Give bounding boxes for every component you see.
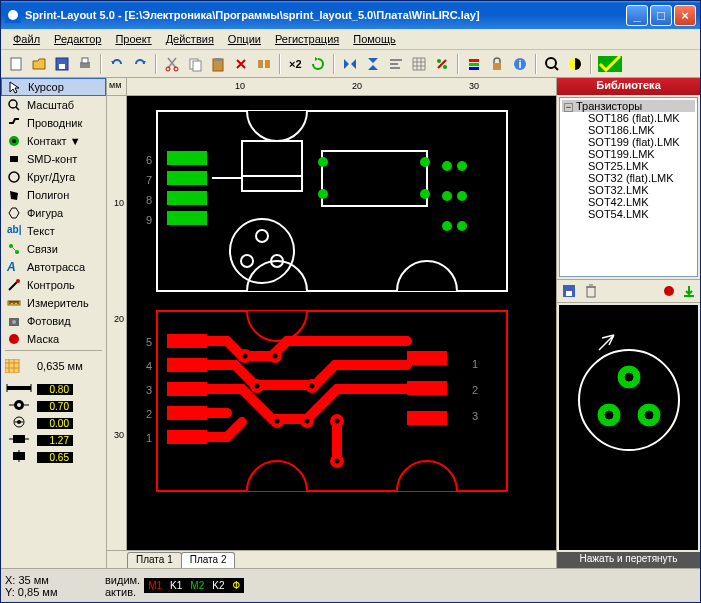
print-button[interactable] (74, 53, 96, 75)
tool-circle[interactable]: Круг/Дуга (1, 168, 106, 186)
svg-rect-49 (167, 171, 207, 185)
tool-zoom[interactable]: Масштаб (1, 96, 106, 114)
svg-text:1: 1 (146, 432, 152, 444)
tool-connection[interactable]: Связи (1, 240, 106, 258)
tree-item[interactable]: SOT32 (flat).LMK (562, 172, 695, 184)
param-padouter[interactable]: 0.70 (37, 401, 73, 412)
tree-item[interactable]: SOT199 (flat).LMK (562, 136, 695, 148)
svg-point-91 (243, 354, 248, 359)
layer-f[interactable]: Ф (228, 578, 244, 593)
param-smdw[interactable]: 1.27 (37, 435, 73, 446)
layer-k1[interactable]: K1 (166, 578, 186, 593)
parameters-panel: 0,635 мм 0.80 0.70 0.00 1.27 0.65 (1, 354, 106, 470)
open-button[interactable] (28, 53, 50, 75)
lib-delete-icon[interactable] (583, 283, 599, 299)
svg-rect-32 (10, 156, 18, 162)
tab-board-1[interactable]: Плата 1 (127, 552, 182, 568)
tree-item[interactable]: SOT32.LMK (562, 184, 695, 196)
lib-save-icon[interactable] (561, 283, 577, 299)
tool-autoroute[interactable]: AАвтотрасса (1, 258, 106, 276)
tool-text[interactable]: ab|Текст (1, 222, 106, 240)
lock-button[interactable] (486, 53, 508, 75)
x2-button[interactable]: ×2 (285, 53, 306, 75)
duplicate-button[interactable] (253, 53, 275, 75)
paste-button[interactable] (207, 53, 229, 75)
layer-k2[interactable]: K2 (208, 578, 228, 593)
menubar: Файл Редактор Проект Действия Опции Реги… (1, 29, 700, 50)
remove-con-button[interactable] (431, 53, 453, 75)
svg-text:3: 3 (472, 410, 478, 422)
tool-mask[interactable]: Маска (1, 330, 106, 348)
delete-button[interactable] (230, 53, 252, 75)
tool-polygon[interactable]: Полигон (1, 186, 106, 204)
grid-value[interactable]: 0,635 мм (37, 360, 83, 372)
tool-track[interactable]: Проводник (1, 114, 106, 132)
tree-item[interactable]: SOT186 (flat).LMK (562, 112, 695, 124)
library-tree[interactable]: −Транзисторы SOT186 (flat).LMK SOT186.LM… (559, 97, 698, 277)
tree-item[interactable]: SOT54.LMK (562, 208, 695, 220)
svg-point-57 (256, 230, 268, 242)
svg-rect-75 (167, 334, 207, 348)
contrast-button[interactable] (564, 53, 586, 75)
new-button[interactable] (5, 53, 27, 75)
tree-item[interactable]: SOT42.LMK (562, 196, 695, 208)
info-button[interactable]: i (509, 53, 531, 75)
layer-m2[interactable]: М2 (186, 578, 208, 593)
library-toolbar (557, 279, 700, 303)
tree-root[interactable]: −Транзисторы (562, 100, 695, 112)
align-button[interactable] (385, 53, 407, 75)
component-preview[interactable] (559, 305, 698, 550)
menu-file[interactable]: Файл (7, 31, 46, 47)
param-padinner[interactable]: 0.00 (37, 418, 73, 429)
lib-record-icon[interactable] (662, 284, 676, 298)
drc-button[interactable] (596, 53, 624, 75)
layer-m1[interactable]: М1 (144, 578, 166, 593)
tool-photoview[interactable]: Фотовид (1, 312, 106, 330)
tool-measure[interactable]: Измеритель (1, 294, 106, 312)
tree-item[interactable]: SOT186.LMK (562, 124, 695, 136)
mirror-h-button[interactable] (339, 53, 361, 75)
svg-point-98 (335, 459, 340, 464)
svg-rect-45 (13, 435, 25, 443)
menu-help[interactable]: Помощь (347, 31, 402, 47)
copy-button[interactable] (184, 53, 206, 75)
zoom-button[interactable] (541, 53, 563, 75)
param-trackwidth[interactable]: 0.80 (37, 384, 73, 395)
layer-button[interactable] (463, 53, 485, 75)
svg-point-92 (273, 354, 278, 359)
close-button[interactable]: × (674, 5, 696, 26)
tool-smd[interactable]: SMD-конт (1, 150, 106, 168)
lib-import-icon[interactable] (682, 284, 696, 298)
svg-rect-108 (566, 291, 572, 296)
grid-button[interactable] (408, 53, 430, 75)
cut-button[interactable] (161, 53, 183, 75)
tree-item[interactable]: SOT25.LMK (562, 160, 695, 172)
horizontal-ruler: 10 20 30 (127, 78, 556, 95)
undo-button[interactable] (106, 53, 128, 75)
minimize-button[interactable]: _ (626, 5, 648, 26)
tool-shape[interactable]: Фигура (1, 204, 106, 222)
redo-button[interactable] (129, 53, 151, 75)
menu-project[interactable]: Проект (109, 31, 157, 47)
svg-rect-51 (167, 211, 207, 225)
menu-register[interactable]: Регистрация (269, 31, 345, 47)
pcb-canvas[interactable]: 6 7 8 9 (127, 96, 556, 550)
maximize-button[interactable]: □ (650, 5, 672, 26)
board-tabs: Плата 1 Плата 2 (107, 550, 556, 568)
svg-rect-20 (469, 59, 479, 62)
save-button[interactable] (51, 53, 73, 75)
tool-pad[interactable]: Контакт ▼ (1, 132, 106, 150)
mirror-v-button[interactable] (362, 53, 384, 75)
menu-edit[interactable]: Редактор (48, 31, 107, 47)
menu-options[interactable]: Опции (222, 31, 267, 47)
tool-test[interactable]: Контроль (1, 276, 106, 294)
tool-cursor[interactable]: Курсор (1, 78, 106, 96)
tree-item[interactable]: SOT199.LMK (562, 148, 695, 160)
svg-point-40 (9, 334, 19, 344)
svg-rect-21 (469, 63, 479, 66)
svg-rect-13 (258, 60, 263, 68)
tab-board-2[interactable]: Плата 2 (181, 552, 236, 568)
rotate-button[interactable] (307, 53, 329, 75)
param-smdh[interactable]: 0.65 (37, 452, 73, 463)
menu-actions[interactable]: Действия (160, 31, 220, 47)
